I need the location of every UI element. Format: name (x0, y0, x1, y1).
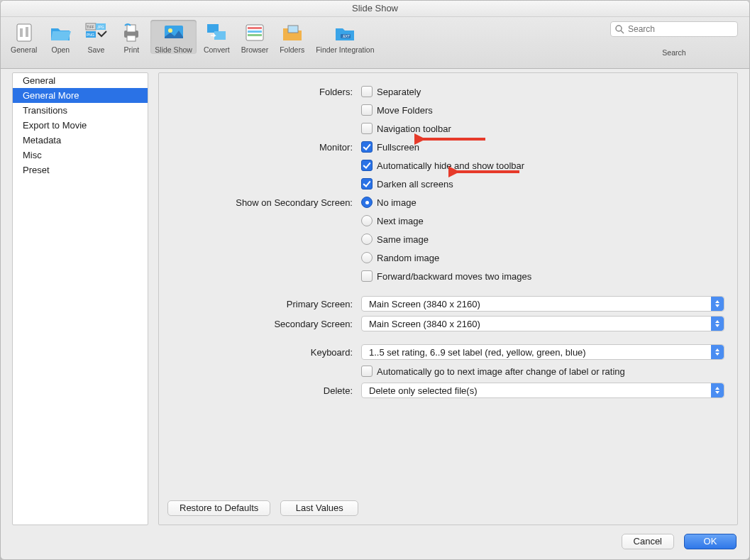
checkbox-darken-all[interactable] (361, 178, 373, 190)
sidebar-item-general[interactable]: General (13, 73, 148, 88)
folder-open-icon (49, 21, 72, 44)
sidebar-item-export-movie[interactable]: Export to Movie (13, 118, 148, 133)
preferences-window: Slide Show General Open TIFFJPGPNG Save (0, 0, 750, 560)
toolbar-label: Convert (204, 45, 230, 54)
toolbar-label: Slide Show (155, 45, 192, 54)
button-label: Cancel (634, 536, 662, 547)
settings-form: Folders: Separately Move Folders Navigat… (172, 84, 724, 398)
sidebar-item-preset[interactable]: Preset (13, 163, 148, 177)
svg-text:PNG: PNG (87, 33, 94, 37)
sidebar-item-metadata[interactable]: Metadata (13, 133, 148, 148)
sidebar-item-transitions[interactable]: Transitions (13, 103, 148, 118)
stepper-icon (711, 383, 724, 397)
label-secondary-screen: Secondary Screen: (172, 319, 353, 329)
svg-rect-18 (248, 31, 262, 33)
toolbar-browser[interactable]: Browser (237, 20, 273, 54)
cancel-button[interactable]: Cancel (622, 534, 674, 549)
main-pane: Folders: Separately Move Folders Navigat… (158, 72, 738, 525)
svg-rect-11 (127, 35, 136, 41)
checkbox-label: Forward/backward moves two images (377, 271, 531, 282)
toolbar-label: Finder Integration (316, 45, 374, 54)
toolbar-label: Browser (241, 45, 269, 54)
stepper-icon (711, 297, 724, 311)
content-area: General General More Transitions Export … (1, 65, 749, 525)
svg-rect-1 (20, 28, 23, 37)
checkbox-auto-next[interactable] (361, 366, 373, 377)
checkbox-separately[interactable] (361, 86, 373, 97)
sidebar: General General More Transitions Export … (12, 72, 148, 525)
sidebar-item-label: General More (23, 90, 79, 101)
label-primary-screen: Primary Screen: (172, 299, 353, 309)
toolbar-open[interactable]: Open (44, 20, 77, 54)
checkbox-autohide-toolbar[interactable] (361, 160, 373, 171)
toolbar-folders[interactable]: Folders (275, 20, 309, 54)
svg-rect-10 (127, 25, 136, 32)
last-values-button[interactable]: Last Values (280, 500, 358, 516)
svg-rect-15 (214, 31, 226, 40)
select-value: Main Screen (3840 x 2160) (369, 319, 480, 329)
printer-icon (120, 21, 143, 44)
label-delete: Delete: (172, 385, 353, 396)
sidebar-item-label: Metadata (23, 135, 61, 146)
toolbar-general[interactable]: General (6, 20, 41, 54)
sidebar-item-misc[interactable]: Misc (13, 148, 148, 163)
toolbar-search: Search (610, 21, 738, 57)
toolbar-label: Folders (280, 45, 304, 54)
title-text: Slide Show (352, 3, 398, 13)
sidebar-item-label: Preset (23, 165, 50, 175)
search-label: Search (662, 48, 685, 57)
svg-rect-20 (288, 26, 298, 33)
label-keyboard: Keyboard: (172, 347, 353, 358)
select-value: Main Screen (3840 x 2160) (369, 299, 480, 309)
checkbox-navigation-toolbar[interactable] (361, 123, 373, 134)
convert-icon (205, 21, 228, 44)
toolbar-label: Save (87, 45, 104, 54)
checkbox-label: Move Folders (377, 105, 433, 116)
radio-next-image[interactable] (361, 215, 373, 226)
select-primary-screen[interactable]: Main Screen (3840 x 2160) (361, 296, 724, 312)
toolbar-finder-integration[interactable]: .EXT Finder Integration (311, 20, 378, 54)
select-secondary-screen[interactable]: Main Screen (3840 x 2160) (361, 316, 724, 331)
dialog-buttons: Cancel OK (622, 534, 737, 549)
sidebar-item-general-more[interactable]: General More (13, 88, 148, 103)
select-keyboard[interactable]: 1..5 set rating, 6..9 set label (red, ye… (361, 344, 724, 360)
toolbar-print[interactable]: Print (115, 20, 148, 54)
extension-icon: .EXT (333, 21, 356, 44)
checkbox-label: Darken all screens (377, 179, 453, 190)
label-monitor: Monitor: (172, 142, 353, 153)
checkbox-move-folders[interactable] (361, 104, 373, 116)
radio-random-image[interactable] (361, 252, 373, 263)
sidebar-item-label: General (23, 75, 55, 86)
checkbox-fullscreen[interactable] (361, 141, 373, 153)
checkbox-fwd-back-two[interactable] (361, 270, 373, 282)
radio-no-image[interactable] (361, 197, 373, 208)
toolbar-convert[interactable]: Convert (199, 20, 234, 54)
svg-line-24 (621, 31, 624, 33)
slideshow-icon (162, 21, 185, 44)
restore-defaults-button[interactable]: Restore to Defaults (167, 500, 270, 516)
radio-same-image[interactable] (361, 234, 373, 245)
radio-label: Next image (377, 216, 424, 226)
toolbar-save[interactable]: TIFFJPGPNG Save (79, 20, 112, 54)
toolbar-slideshow[interactable]: Slide Show (150, 20, 197, 54)
ok-button[interactable]: OK (684, 534, 737, 549)
toolbar-label: Open (52, 45, 70, 54)
browser-icon (243, 21, 266, 44)
button-label: Restore to Defaults (180, 503, 258, 513)
save-formats-icon: TIFFJPGPNG (84, 21, 107, 44)
toolbar: General Open TIFFJPGPNG Save Print Slide (1, 17, 749, 69)
svg-point-23 (616, 26, 622, 31)
svg-rect-2 (26, 27, 28, 37)
sidebar-item-label: Misc (23, 150, 42, 160)
search-input[interactable] (610, 21, 738, 37)
select-delete[interactable]: Delete only selected file(s) (361, 383, 724, 398)
select-value: Delete only selected file(s) (369, 385, 477, 396)
stepper-icon (711, 317, 724, 331)
checkbox-label: Automatically hide and show toolbar (377, 160, 524, 171)
radio-label: Same image (377, 234, 429, 245)
radio-label: Random image (377, 253, 439, 263)
svg-text:JPG: JPG (97, 25, 104, 29)
select-value: 1..5 set rating, 6..9 set label (red, ye… (369, 347, 586, 358)
button-label: Last Values (296, 503, 343, 513)
label-folders: Folders: (172, 87, 353, 97)
